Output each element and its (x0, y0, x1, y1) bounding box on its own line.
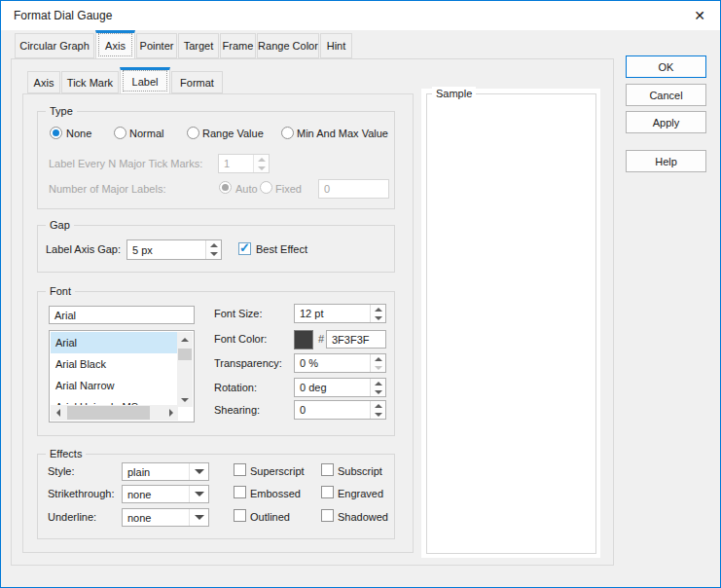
font-size-spinner[interactable]: 12 pt (294, 304, 386, 323)
ok-button[interactable]: OK (626, 55, 706, 78)
subtab-label[interactable]: Label (120, 67, 170, 94)
type-group-legend: Type (46, 104, 77, 118)
subscript-label[interactable]: Subscript (338, 465, 382, 478)
radio-none[interactable] (50, 127, 62, 139)
spin-up-icon[interactable] (371, 305, 385, 313)
font-name-value: Arial (54, 310, 76, 321)
superscript-checkbox[interactable] (234, 463, 246, 476)
subtab-tick-mark[interactable]: Tick Mark (61, 71, 119, 93)
every-n-value: 1 (224, 158, 230, 169)
font-size-value: 12 pt (300, 308, 323, 319)
font-group-legend: Font (46, 284, 75, 298)
subtab-label: Format (180, 77, 214, 89)
effects-group-legend: Effects (46, 447, 86, 460)
font-color-swatch[interactable] (294, 330, 313, 349)
close-button[interactable]: ✕ (683, 1, 716, 30)
font-list-item[interactable]: Arial Narrow (51, 375, 178, 396)
horizontal-scroll-thumb[interactable] (67, 406, 150, 420)
sample-group-legend: Sample (432, 87, 476, 100)
style-value: plain (127, 466, 150, 478)
strikethrough-value: none (127, 489, 151, 500)
style-dropdown[interactable]: plain (122, 462, 209, 481)
engraved-label[interactable]: Engraved (338, 488, 383, 500)
spin-down-icon[interactable] (371, 410, 385, 419)
embossed-label[interactable]: Embossed (250, 488, 301, 500)
scroll-down-icon[interactable] (177, 392, 193, 407)
best-effect-label[interactable]: Best Effect (256, 243, 307, 256)
radio-range-value-label[interactable]: Range Value (202, 128, 264, 140)
font-list-item[interactable]: Arial Black (51, 353, 178, 375)
font-list-item[interactable]: Arial (51, 332, 178, 353)
scroll-up-icon[interactable] (177, 332, 193, 347)
subtab-format[interactable]: Format (171, 71, 223, 93)
transparency-spinner[interactable]: 0 % (294, 353, 386, 373)
rotation-value: 0 deg (300, 382, 327, 393)
help-button[interactable]: Help (626, 150, 706, 172)
spin-down-icon[interactable] (371, 387, 385, 396)
shearing-label: Shearing: (214, 404, 260, 417)
shadowed-label[interactable]: Shadowed (338, 511, 388, 524)
shadowed-checkbox[interactable] (321, 509, 334, 522)
subtab-label: Tick Mark (67, 77, 113, 89)
chevron-down-icon[interactable] (189, 486, 208, 502)
radio-normal[interactable] (114, 127, 126, 139)
vertical-scrollbar[interactable] (177, 332, 193, 407)
underline-dropdown[interactable]: none (122, 508, 209, 527)
chevron-down-icon[interactable] (189, 509, 208, 526)
cancel-button[interactable]: Cancel (626, 84, 706, 106)
vertical-scroll-thumb[interactable] (178, 349, 192, 360)
tab-frame[interactable]: Frame (220, 33, 256, 58)
radio-normal-label[interactable]: Normal (129, 128, 163, 140)
spin-up-icon[interactable] (371, 401, 385, 410)
horizontal-scrollbar[interactable] (51, 405, 178, 421)
apply-button[interactable]: Apply (626, 111, 706, 133)
tab-range-color[interactable]: Range Color (257, 33, 319, 58)
spin-up-icon[interactable] (206, 240, 221, 250)
font-color-hex-input[interactable]: 3F3F3F (326, 330, 386, 349)
tab-circular-graph[interactable]: Circular Graph (15, 33, 94, 58)
spin-down-icon[interactable] (371, 313, 385, 322)
spin-up-icon[interactable] (371, 379, 385, 387)
rotation-spinner[interactable]: 0 deg (294, 378, 386, 397)
radio-none-label[interactable]: None (66, 128, 91, 140)
gap-group: Gap Label Axis Gap: 5 px Best Effect (37, 225, 395, 273)
tab-hint[interactable]: Hint (320, 33, 352, 58)
radio-range-value[interactable] (187, 127, 199, 139)
hex-hash-label: # (318, 333, 324, 346)
every-n-tick-marks-label: Label Every N Major Tick Marks: (49, 158, 202, 170)
outlined-checkbox[interactable] (234, 509, 246, 522)
radio-min-max-value[interactable] (281, 127, 294, 139)
format-dial-gauge-dialog: Format Dial Gauge ✕ Circular Graph Axis … (0, 0, 721, 588)
scroll-left-icon[interactable] (51, 405, 65, 421)
close-icon: ✕ (694, 8, 705, 23)
embossed-checkbox[interactable] (234, 486, 246, 498)
font-name-input[interactable]: Arial (49, 306, 195, 324)
tab-label: Circular Graph (19, 40, 90, 52)
tab-pointer[interactable]: Pointer (136, 33, 177, 58)
spin-down-icon[interactable] (206, 250, 221, 260)
subtab-axis[interactable]: Axis (27, 71, 60, 93)
engraved-checkbox[interactable] (321, 486, 334, 498)
tab-label: Hint (327, 40, 346, 52)
style-label: Style: (48, 465, 75, 478)
strikethrough-dropdown[interactable]: none (122, 485, 209, 503)
tab-label: Target (184, 40, 214, 52)
radio-auto-label: Auto (235, 183, 258, 196)
outlined-label[interactable]: Outlined (250, 511, 290, 524)
shearing-spinner[interactable]: 0 (294, 400, 386, 420)
best-effect-checkbox[interactable] (238, 242, 251, 255)
label-axis-gap-spinner[interactable]: 5 px (126, 239, 222, 260)
spin-up-icon[interactable] (371, 354, 385, 363)
radio-min-max-value-label[interactable]: Min And Max Value (297, 128, 388, 140)
subscript-checkbox[interactable] (321, 463, 334, 476)
radio-fixed (260, 181, 272, 194)
font-list[interactable]: Arial Arial Black Arial Narrow Arial Uni… (49, 330, 195, 423)
tab-target[interactable]: Target (178, 33, 219, 58)
scroll-right-icon[interactable] (163, 405, 178, 421)
transparency-value: 0 % (300, 357, 318, 369)
tab-axis[interactable]: Axis (95, 30, 135, 59)
chevron-down-icon[interactable] (189, 463, 208, 480)
spin-up-icon (254, 155, 269, 164)
superscript-label[interactable]: Superscript (250, 465, 305, 478)
label-axis-gap-label: Label Axis Gap: (46, 243, 121, 256)
